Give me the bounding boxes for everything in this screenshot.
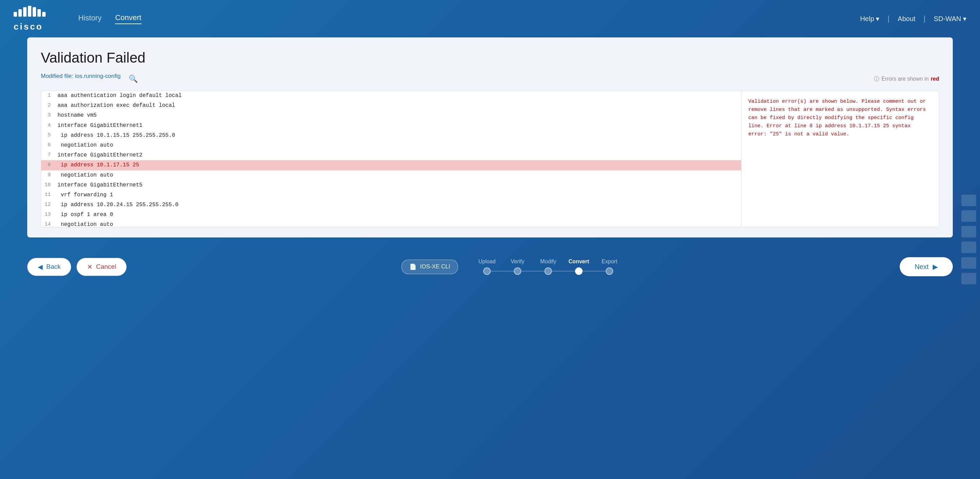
svg-rect-3 <box>28 6 31 17</box>
code-panel[interactable]: 1aaa authentication login default local2… <box>41 91 741 227</box>
page-title: Validation Failed <box>41 50 939 66</box>
top-row: Modified file: ios.running-config 🔍 ⓘ Er… <box>41 73 939 85</box>
header-right: Help ▾ | About | SD-WAN ▾ <box>860 14 966 23</box>
content-split: 1aaa authentication login default local2… <box>41 91 939 227</box>
line-code: aaa authentication login default local <box>55 91 741 101</box>
bottom-bar: ◀ Back ✕ Cancel 📄 IOS-XE CLI UploadVerif… <box>0 248 980 286</box>
line-number: 1 <box>41 91 55 101</box>
step-line-0 <box>491 271 514 272</box>
svg-rect-1 <box>18 9 22 17</box>
line-number: 8 <box>41 160 55 170</box>
line-code: ip address 10.1.17.15 25 <box>55 160 741 170</box>
line-number: 11 <box>41 190 55 200</box>
line-number: 3 <box>41 111 55 121</box>
line-number: 10 <box>41 180 55 190</box>
table-row: 12 ip address 10.20.24.15 255.255.255.0 <box>41 200 741 210</box>
table-row: 9 negotiation auto <box>41 170 741 180</box>
next-icon: ▶ <box>933 263 938 271</box>
step-line-2 <box>552 271 575 272</box>
table-row: 5 ip address 10.1.15.15 255.255.255.0 <box>41 130 741 140</box>
header: cisco History Convert Help ▾ | About | S… <box>0 0 980 37</box>
line-number: 12 <box>41 200 55 210</box>
line-code: negotiation auto <box>55 220 741 227</box>
line-number: 9 <box>41 170 55 180</box>
table-row: 1aaa authentication login default local <box>41 91 741 101</box>
help-button[interactable]: Help ▾ <box>860 14 880 23</box>
step-dot-upload <box>483 267 491 275</box>
table-row: 4interface GigabitEthernet1 <box>41 121 741 130</box>
file-label: Modified file: ios.running-config <box>41 73 121 80</box>
line-code: interface GigabitEthernet5 <box>55 180 741 190</box>
svg-rect-4 <box>33 7 36 17</box>
step-label-modify: Modify <box>533 259 563 265</box>
table-row: 8 ip address 10.1.17.15 25 <box>41 160 741 170</box>
back-button[interactable]: ◀ Back <box>27 258 71 276</box>
file-type-icon: 📄 <box>409 263 417 271</box>
cisco-logo-icon <box>14 6 51 20</box>
line-code: ip address 10.20.24.15 255.255.255.0 <box>55 200 741 210</box>
errors-note: ⓘ Errors are shown in red <box>874 76 939 83</box>
line-code: negotiation auto <box>55 170 741 180</box>
top-left: Modified file: ios.running-config 🔍 <box>41 73 138 85</box>
back-icon: ◀ <box>38 263 43 271</box>
step-dot-export <box>606 267 613 275</box>
file-info: Modified file: ios.running-config <box>41 73 121 80</box>
step-line-3 <box>582 271 606 272</box>
step-label-convert: Convert <box>563 259 594 265</box>
about-button[interactable]: About <box>898 15 915 23</box>
table-row: 3hostname vm5 <box>41 111 741 121</box>
line-code: aaa authorization exec default local <box>55 101 741 111</box>
table-row: 14 negotiation auto <box>41 220 741 227</box>
line-code: vrf forwarding 1 <box>55 190 741 200</box>
step-dots-row <box>483 267 613 275</box>
table-row: 2aaa authorization exec default local <box>41 101 741 111</box>
cancel-button[interactable]: ✕ Cancel <box>76 258 127 276</box>
step-label-export: Export <box>594 259 625 265</box>
svg-rect-6 <box>42 12 46 17</box>
cancel-icon: ✕ <box>87 263 92 271</box>
step-line-1 <box>521 271 544 272</box>
line-code: interface GigabitEthernet1 <box>55 121 741 130</box>
line-number: 6 <box>41 140 55 150</box>
line-number: 5 <box>41 130 55 140</box>
next-button[interactable]: Next ▶ <box>900 257 953 276</box>
line-code: ip address 10.1.15.15 255.255.255.0 <box>55 130 741 140</box>
main-content: Validation Failed Modified file: ios.run… <box>0 37 980 248</box>
line-code: hostname vm5 <box>55 111 741 121</box>
line-code: negotiation auto <box>55 140 741 150</box>
nav-convert[interactable]: Convert <box>115 13 141 24</box>
separator-2: | <box>924 14 926 23</box>
line-number: 2 <box>41 101 55 111</box>
table-row: 11 vrf forwarding 1 <box>41 190 741 200</box>
svg-rect-5 <box>37 9 41 17</box>
table-row: 6 negotiation auto <box>41 140 741 150</box>
svg-rect-0 <box>14 12 17 17</box>
step-label-upload: Upload <box>472 259 502 265</box>
step-dot-modify <box>544 267 552 275</box>
line-number: 4 <box>41 121 55 130</box>
step-dot-verify <box>514 267 521 275</box>
line-code: ip ospf 1 area 0 <box>55 210 741 220</box>
logo: cisco <box>14 6 51 32</box>
search-button[interactable]: 🔍 <box>129 75 138 83</box>
main-nav: History Convert <box>78 13 142 24</box>
steps-container: UploadVerifyModifyConvertExport <box>472 259 625 275</box>
logo-bars <box>14 6 51 20</box>
nav-history[interactable]: History <box>78 14 102 24</box>
step-label-verify: Verify <box>502 259 533 265</box>
sdwan-button[interactable]: SD-WAN ▾ <box>934 14 966 23</box>
progress-area: 📄 IOS-XE CLI UploadVerifyModifyConvertEx… <box>127 259 899 275</box>
step-dot-convert <box>575 267 582 275</box>
step-label-row: UploadVerifyModifyConvertExport <box>472 259 625 265</box>
file-type-badge: 📄 IOS-XE CLI <box>401 259 458 274</box>
table-row: 7interface GigabitEthernet2 <box>41 150 741 160</box>
validation-card: Validation Failed Modified file: ios.run… <box>27 37 953 237</box>
table-row: 13 ip ospf 1 area 0 <box>41 210 741 220</box>
line-code: interface GigabitEthernet2 <box>55 150 741 160</box>
cisco-text: cisco <box>14 21 43 32</box>
line-number: 14 <box>41 220 55 227</box>
code-table: 1aaa authentication login default local2… <box>41 91 741 227</box>
separator-1: | <box>888 14 889 23</box>
error-panel: Validation error(s) are shown below. Ple… <box>741 91 939 227</box>
table-row: 10interface GigabitEthernet5 <box>41 180 741 190</box>
